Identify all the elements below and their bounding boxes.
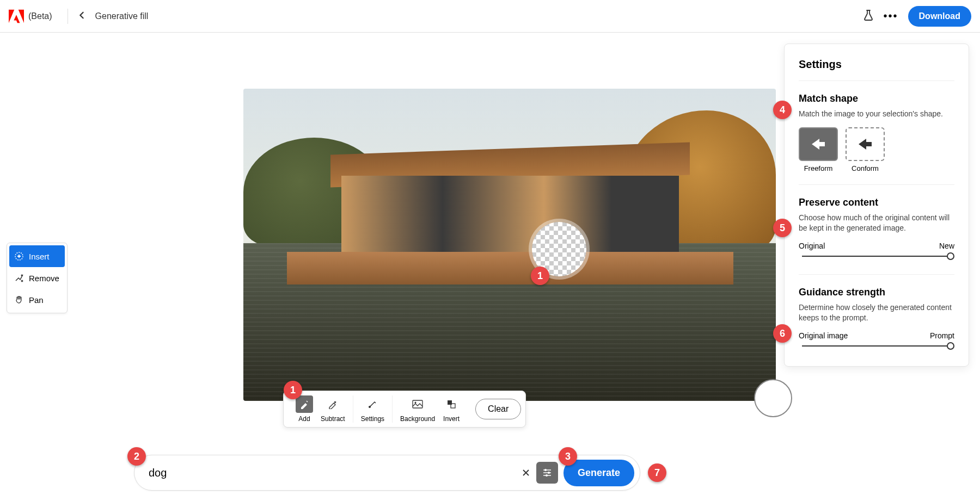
annotation-badge-6: 6 <box>773 324 792 343</box>
freeform-icon <box>799 127 838 161</box>
annotation-badge-4: 4 <box>773 101 792 119</box>
svg-rect-5 <box>448 400 452 405</box>
brush-subtract[interactable]: Subtract <box>321 395 345 423</box>
insert-icon <box>14 251 24 262</box>
remove-icon <box>14 273 24 283</box>
brush-subtract-icon <box>324 395 341 413</box>
annotation-badge-5: 5 <box>773 219 792 237</box>
brush-add-icon <box>296 395 313 413</box>
setting-preserve-content: Preserve content Choose how much of the … <box>799 185 954 275</box>
download-button[interactable]: Download <box>908 6 971 27</box>
settings-title: Settings <box>799 58 954 81</box>
setting-guidance-strength: Guidance strength Determine how closely … <box>799 275 954 347</box>
beaker-icon[interactable] <box>863 9 874 23</box>
annotation-badge-2: 2 <box>127 447 146 466</box>
background-icon <box>409 395 426 413</box>
page-title: Generative fill <box>95 11 149 21</box>
beta-label: (Beta) <box>28 11 52 21</box>
guidance-left-label: Original image <box>799 331 848 340</box>
guidance-heading: Guidance strength <box>799 287 954 298</box>
preserve-heading: Preserve content <box>799 197 954 208</box>
sliders-icon <box>542 467 553 478</box>
svg-point-8 <box>548 472 550 474</box>
tool-remove[interactable]: Remove <box>9 267 65 289</box>
brush-background[interactable]: Background <box>400 395 435 423</box>
header-divider <box>68 9 68 24</box>
tool-label: Remove <box>29 274 59 283</box>
svg-point-7 <box>544 469 547 471</box>
svg-point-1 <box>21 275 23 276</box>
svg-rect-3 <box>413 400 422 408</box>
adobe-logo-icon <box>9 9 24 24</box>
brush-add[interactable]: Add <box>296 395 313 423</box>
annotation-badge-1b: 1 <box>284 381 302 399</box>
invert-icon <box>443 395 460 413</box>
prompt-settings-button[interactable] <box>536 462 558 484</box>
close-icon <box>522 469 530 477</box>
canvas[interactable] <box>243 89 776 401</box>
setting-match-shape: Match shape Match the image to your sele… <box>799 81 954 185</box>
tool-panel: Insert Remove Pan <box>7 243 68 313</box>
clear-prompt-button[interactable] <box>522 467 530 479</box>
guidance-right-label: Prompt <box>930 331 954 340</box>
generate-button[interactable]: Generate <box>564 460 634 486</box>
back-button[interactable] <box>75 8 89 24</box>
more-icon[interactable]: ••• <box>884 10 898 22</box>
annotation-badge-7: 7 <box>648 463 666 482</box>
tool-insert[interactable]: Insert <box>9 245 65 267</box>
svg-point-4 <box>415 402 416 404</box>
prompt-input[interactable] <box>149 467 522 479</box>
zoom-handle[interactable] <box>754 379 792 417</box>
preserve-slider[interactable] <box>802 256 951 257</box>
preserve-desc: Choose how much of the original content … <box>799 213 954 234</box>
preserve-left-label: Original <box>799 242 825 250</box>
guidance-slider[interactable] <box>802 345 951 347</box>
brush-settings[interactable]: Settings <box>361 395 384 423</box>
settings-panel: Settings Match shape Match the image to … <box>784 44 969 367</box>
annotation-badge-3: 3 <box>559 447 577 466</box>
annotation-badge-1: 1 <box>531 267 549 285</box>
tool-pan[interactable]: Pan <box>9 289 65 311</box>
brush-invert[interactable]: Invert <box>443 395 460 423</box>
pan-icon <box>14 294 24 305</box>
svg-point-9 <box>546 474 548 477</box>
match-shape-desc: Match the image to your selection's shap… <box>799 109 954 120</box>
brush-toolbar: Add Subtract Settings Background <box>283 391 526 428</box>
shape-option-conform[interactable]: Conform <box>846 127 885 172</box>
preserve-right-label: New <box>939 242 954 250</box>
clear-button[interactable]: Clear <box>475 399 521 419</box>
app-header: (Beta) Generative fill ••• Download <box>0 0 980 33</box>
brush-settings-icon <box>364 395 381 413</box>
shape-option-freeform[interactable]: Freeform <box>799 127 838 172</box>
conform-icon <box>846 127 885 161</box>
tool-label: Insert <box>29 252 50 261</box>
guidance-desc: Determine how closely the generated cont… <box>799 302 954 324</box>
tool-label: Pan <box>29 295 44 305</box>
chevron-left-icon <box>78 11 85 19</box>
match-shape-heading: Match shape <box>799 93 954 104</box>
canvas-image <box>243 89 776 401</box>
svg-point-2 <box>369 406 371 408</box>
